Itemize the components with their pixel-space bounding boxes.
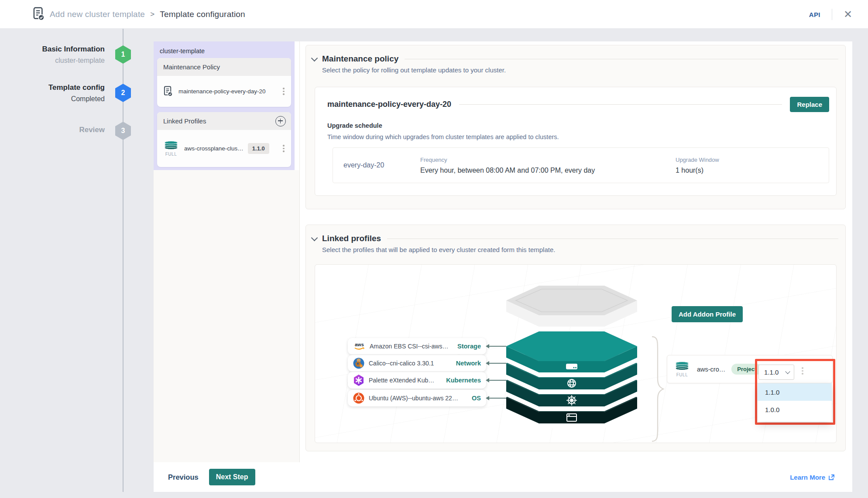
step-title: Template config [13,83,105,92]
profile-stack-diagram: aws Amazon EBS CSI--csi-aws… Storage [315,264,837,443]
cluster-layers-stack [506,286,637,430]
cluster-template-icon [32,7,45,21]
pack-name: Amazon EBS CSI--csi-aws… [370,343,448,350]
step-number: 3 [121,127,125,135]
section-subtitle: Select the policy for rolling out templa… [306,64,845,74]
breadcrumb-separator: > [150,10,154,19]
policy-doc-icon [163,86,173,97]
linked-profile-row[interactable]: FULL aws-cro… Project [667,355,833,383]
section-subtitle: Select the profiles that will be applied… [306,243,845,253]
svg-text:aws: aws [355,342,364,347]
collapse-chevron-icon[interactable] [311,234,318,241]
maintenance-policy-section: Maintenance policy Select the policy for… [305,45,846,209]
profile-scope-label: FULL [165,152,177,157]
profile-scope-label: FULL [676,372,688,377]
step-basic-information[interactable]: Basic Information cluster-template [13,45,105,65]
step-number: 1 [121,51,125,58]
version-dropdown-menu: 1.1.0 1.0.0 [758,383,832,422]
version-select[interactable]: 1.1.0 [758,365,794,380]
profile-layers-icon [674,361,690,372]
header-divider [832,9,832,20]
learn-more-link[interactable]: Learn More [790,474,835,481]
step-number: 2 [121,89,125,97]
step-subtitle: cluster-template [13,57,105,65]
layer-connector-line [489,380,506,381]
version-option[interactable]: 1.0.0 [758,401,832,418]
step-1-hexagon[interactable]: 1 [115,45,131,64]
section-title: Maintenance policy [322,54,398,64]
kubernetes-layer-icon [566,395,577,406]
profile-item-label: aws-crossplane-clus… [184,145,244,152]
project-badge: Project [731,364,762,375]
policy-rule [459,104,782,105]
layer-type: OS [472,395,481,402]
close-icon[interactable]: ✕ [844,9,852,20]
layer-pill-storage[interactable]: aws Amazon EBS CSI--csi-aws… Storage [348,338,486,355]
maintenance-policy-item[interactable]: maintenance-policy-every-day-20 [157,76,291,107]
version-option[interactable]: 1.1.0 [758,383,832,401]
upgrade-window-value: 1 hour(s) [676,167,719,174]
policy-item-label: maintenance-policy-every-day-20 [178,88,266,95]
kebab-menu-icon[interactable] [799,367,806,375]
pack-name: Palette eXtended Kub… [369,377,434,384]
wizard-footer: Previous Next Step Learn More [154,462,852,492]
stack-brace [650,336,665,442]
layer-pill-kubernetes[interactable]: Palette eXtended Kub… Kubernetes [348,372,486,389]
external-link-icon [828,474,835,481]
template-config-panel: cluster-template Maintenance Policy [154,41,852,492]
frequency-label: Frequency [420,157,676,163]
version-select-value: 1.1.0 [764,368,779,376]
breadcrumb-current-step: Template configuration [160,10,245,19]
linked-profiles-card-header: Linked Profiles [157,112,291,130]
api-link[interactable]: API [809,11,820,18]
linked-profiles-section: Linked profiles Select the profiles that… [305,225,846,451]
replace-button[interactable]: Replace [790,97,829,112]
pack-name: Calico--cni-calico 3.30.1 [369,360,434,367]
cluster-template-sidebar: cluster-template Maintenance Policy [154,41,295,170]
layer-connector-line [489,346,506,347]
modal-header: Add new cluster template > Template conf… [0,0,868,29]
schedule-table-row: every-day-20 Frequency Every hour, betwe… [333,147,829,183]
maintenance-policy-card-header: Maintenance Policy [157,58,291,76]
layer-connector-line [489,363,506,364]
sidebar-main-divider [299,41,300,462]
section-rule [405,59,838,59]
profile-layers-icon [163,140,179,151]
layer-pill-network[interactable]: Calico--cni-calico 3.30.1 Network [348,355,486,372]
section-rule [387,239,838,239]
step-3-hexagon[interactable]: 3 [115,122,131,140]
linked-profiles-header-label: Linked Profiles [163,117,206,125]
next-step-button[interactable]: Next Step [209,469,255,485]
layer-type: Kubernetes [446,377,481,384]
selected-policy-card: maintenance-policy-every-day-20 Replace … [315,87,837,196]
section-title: Linked profiles [322,234,381,243]
step-title: Basic Information [13,45,105,54]
profile-version-badge: 1.1.0 [248,143,269,154]
layer-type: Network [456,360,481,367]
storage-layer-icon [566,364,577,369]
previous-button[interactable]: Previous [168,473,199,481]
pack-name: Ubuntu (AWS)--ubuntu-aws 22… [369,395,458,402]
breadcrumb: Add new cluster template > Template conf… [50,0,245,29]
palette-icon [353,374,364,386]
add-profile-icon[interactable] [275,116,286,126]
step-review[interactable]: Review [13,126,105,134]
policy-name: maintenance-policy-every-day-20 [327,100,451,109]
upgrade-schedule-heading: Upgrade schedule [327,122,382,129]
layer-pill-os[interactable]: Ubuntu (AWS)--ubuntu-aws 22… OS [348,390,486,406]
collapse-chevron-icon[interactable] [311,55,318,61]
profile-name: aws-cro… [697,366,725,373]
step-template-config[interactable]: Template config Completed [13,83,105,103]
kebab-menu-icon[interactable] [281,145,287,152]
linked-profiles-card: Linked Profiles FULL [157,112,291,167]
schedule-name: every-day-20 [333,161,420,169]
linked-profile-item[interactable]: FULL aws-crossplane-clus… 1.1.0 [157,130,291,167]
step-2-hexagon[interactable]: 2 [115,84,131,102]
add-addon-profile-button[interactable]: Add Addon Profile [672,306,743,322]
kebab-menu-icon[interactable] [281,88,287,95]
chevron-down-icon [785,369,790,374]
layer-connector-line [489,398,506,399]
upgrade-window-label: Upgrade Window [676,157,719,163]
sidebar-column-background [154,170,299,462]
add-cluster-template-modal: Add new cluster template > Template conf… [0,0,868,498]
